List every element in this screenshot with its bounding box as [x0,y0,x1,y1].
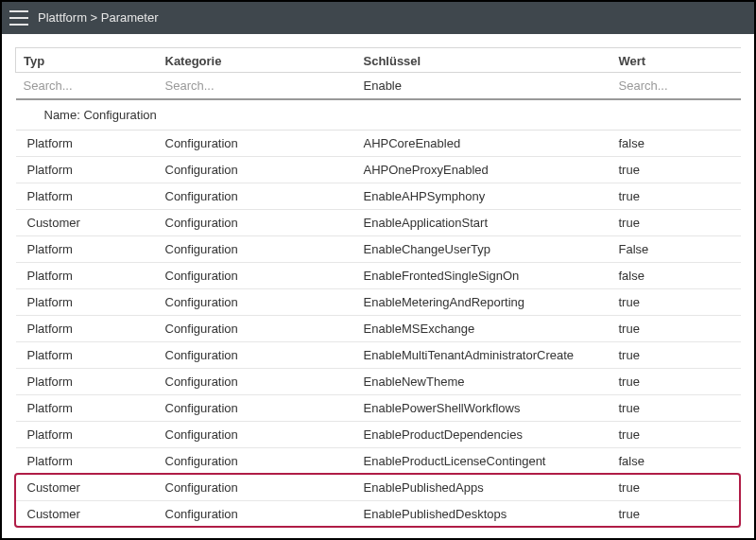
search-wert-input[interactable] [611,73,742,98]
cell-kategorie: Configuration [158,422,356,448]
cell-wert: true [611,289,742,316]
cell-schluessel: EnableMeteringAndReporting [356,289,611,316]
col-header-schluessel[interactable]: Schlüssel [356,48,611,73]
table-row[interactable]: PlatformConfigurationEnableNewThemetrue [16,369,742,395]
col-header-kategorie[interactable]: Kategorie [158,48,356,73]
parameter-table: Typ Kategorie Schlüssel Wert Name: Confi… [15,47,741,528]
cell-schluessel: EnableProductLicenseContingent [356,448,611,475]
table-row[interactable]: CustomerConfigurationEnableApplicationSt… [16,210,742,236]
cell-kategorie: Configuration [158,289,356,316]
cell-schluessel: EnablePublishedDesktops [356,501,611,528]
cell-typ: Platform [16,316,158,342]
cell-wert: true [611,316,742,342]
cell-kategorie: Configuration [158,395,356,422]
cell-wert: true [611,501,742,528]
breadcrumb: Plattform > Parameter [38,2,159,34]
cell-kategorie: Configuration [158,369,356,395]
cell-wert: true [611,369,742,395]
cell-wert: true [611,422,742,448]
cell-typ: Platform [16,236,158,263]
cell-wert: true [611,395,742,422]
cell-schluessel: EnableChangeUserTyp [356,236,611,263]
table-row[interactable]: PlatformConfigurationEnableMultiTenantAd… [16,342,742,369]
cell-kategorie: Configuration [158,263,356,289]
cell-typ: Platform [16,448,158,475]
cell-wert: false [611,263,742,289]
table-row[interactable]: PlatformConfigurationEnablePowerShellWor… [16,395,742,422]
search-typ-input[interactable] [16,73,158,98]
cell-kategorie: Configuration [158,475,356,501]
cell-kategorie: Configuration [158,236,356,263]
cell-schluessel: AHPOneProxyEnabled [356,157,611,183]
cell-schluessel: AHPCoreEnabled [356,131,611,157]
cell-kategorie: Configuration [158,342,356,369]
cell-schluessel: EnableFrontedSingleSignOn [356,263,611,289]
cell-schluessel: EnableAHPSymphony [356,183,611,210]
table-row[interactable]: PlatformConfigurationEnableAHPSymphonytr… [16,183,742,210]
cell-typ: Platform [16,369,158,395]
cell-typ: Platform [16,422,158,448]
cell-kategorie: Configuration [158,501,356,528]
app-header: Plattform > Parameter [2,2,754,34]
parameter-table-wrap: Typ Kategorie Schlüssel Wert Name: Confi… [15,47,741,528]
cell-typ: Platform [16,263,158,289]
cell-schluessel: EnableApplicationStart [356,210,611,236]
cell-wert: true [611,210,742,236]
cell-schluessel: EnablePublishedApps [356,475,611,501]
cell-wert: false [611,131,742,157]
cell-kategorie: Configuration [158,316,356,342]
table-row[interactable]: CustomerConfigurationEnablePublishedDesk… [16,501,742,528]
cell-wert: true [611,475,742,501]
table-row[interactable]: PlatformConfigurationEnableProductLicens… [16,448,742,475]
cell-typ: Platform [16,342,158,369]
cell-wert: true [611,157,742,183]
cell-typ: Platform [16,395,158,422]
table-row[interactable]: PlatformConfigurationEnableMeteringAndRe… [16,289,742,316]
col-header-typ[interactable]: Typ [16,48,158,73]
cell-wert: true [611,342,742,369]
group-row[interactable]: Name: Configuration [16,99,742,131]
col-header-wert[interactable]: Wert [611,48,742,73]
group-label: Name: Configuration [16,99,742,131]
cell-kategorie: Configuration [158,183,356,210]
cell-typ: Customer [16,475,158,501]
cell-typ: Platform [16,131,158,157]
search-kategorie-input[interactable] [158,73,356,98]
cell-kategorie: Configuration [158,210,356,236]
cell-schluessel: EnableMultiTenantAdministratorCreate [356,342,611,369]
menu-icon[interactable] [9,10,28,26]
table-row[interactable]: CustomerConfigurationEnablePublishedApps… [16,475,742,501]
cell-schluessel: EnableNewTheme [356,369,611,395]
cell-wert: true [611,183,742,210]
cell-schluessel: EnableMSExchange [356,316,611,342]
table-row[interactable]: PlatformConfigurationEnableProductDepend… [16,422,742,448]
cell-typ: Customer [16,501,158,528]
cell-kategorie: Configuration [158,448,356,475]
cell-typ: Platform [16,157,158,183]
cell-schluessel: EnableProductDependencies [356,422,611,448]
search-row [16,73,742,100]
table-row[interactable]: PlatformConfigurationAHPOneProxyEnabledt… [16,157,742,183]
table-row[interactable]: PlatformConfigurationAHPCoreEnabledfalse [16,131,742,157]
table-row[interactable]: PlatformConfigurationEnableMSExchangetru… [16,316,742,342]
cell-kategorie: Configuration [158,157,356,183]
cell-typ: Platform [16,289,158,316]
cell-wert: false [611,448,742,475]
cell-wert: False [611,236,742,263]
table-header-row: Typ Kategorie Schlüssel Wert [16,48,742,73]
table-row[interactable]: PlatformConfigurationEnableChangeUserTyp… [16,236,742,263]
cell-kategorie: Configuration [158,131,356,157]
table-row[interactable]: PlatformConfigurationEnableFrontedSingle… [16,263,742,289]
cell-typ: Platform [16,183,158,210]
search-schluessel-input[interactable] [356,73,611,98]
cell-typ: Customer [16,210,158,236]
cell-schluessel: EnablePowerShellWorkflows [356,395,611,422]
